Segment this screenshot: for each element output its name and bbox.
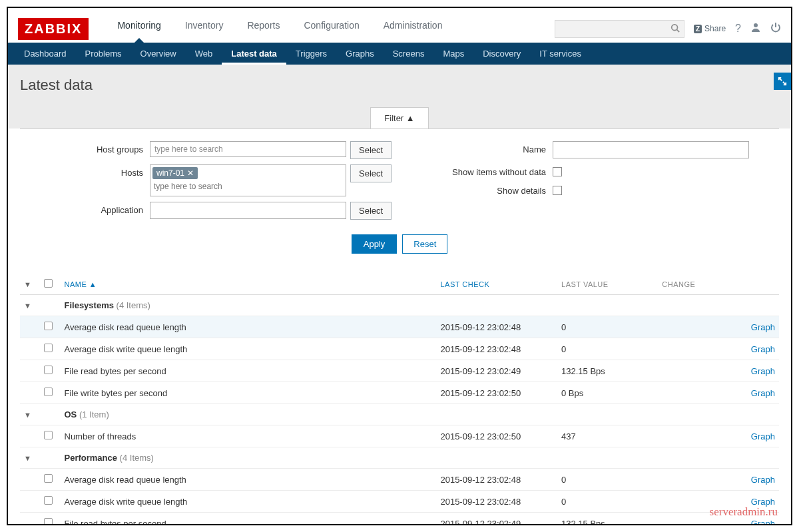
- column-last-check[interactable]: LAST CHECK: [436, 274, 557, 295]
- hosts-text-input[interactable]: [152, 179, 344, 194]
- sub-nav: DashboardProblemsOverviewWebLatest dataT…: [8, 43, 791, 65]
- show-without-data-checkbox[interactable]: [553, 167, 562, 176]
- application-select-button[interactable]: Select: [350, 202, 392, 220]
- reset-button[interactable]: Reset: [402, 234, 447, 254]
- host-tag[interactable]: win7-01✕: [152, 167, 198, 179]
- subnav-problems[interactable]: Problems: [76, 43, 131, 65]
- group-count: (4 Items): [117, 300, 150, 310]
- row-checkbox[interactable]: [44, 474, 53, 483]
- show-details-checkbox[interactable]: [553, 186, 562, 195]
- subnav-screens[interactable]: Screens: [384, 43, 434, 65]
- item-name: Average disk read queue length: [61, 469, 437, 491]
- main-nav: MonitoringInventoryReportsConfigurationA…: [105, 15, 454, 43]
- graph-link[interactable]: Graph: [751, 431, 775, 441]
- item-last-value: 0 Bps: [557, 382, 658, 404]
- graph-link[interactable]: Graph: [751, 497, 775, 507]
- collapse-icon[interactable]: ▼: [24, 454, 32, 462]
- name-filter-input[interactable]: [553, 141, 749, 158]
- apply-button[interactable]: Apply: [352, 234, 398, 254]
- host-groups-select-button[interactable]: Select: [350, 141, 392, 159]
- item-change: [658, 469, 738, 491]
- item-name: Average disk write queue length: [61, 338, 437, 360]
- column-last-value: LAST VALUE: [557, 274, 658, 295]
- mainnav-configuration[interactable]: Configuration: [292, 15, 371, 43]
- svg-line-1: [677, 29, 680, 32]
- item-last-value: 132.15 Bps: [557, 513, 658, 526]
- select-all-checkbox[interactable]: [44, 279, 53, 288]
- power-icon[interactable]: [770, 22, 781, 35]
- subnav-graphs[interactable]: Graphs: [336, 43, 384, 65]
- item-last-value: 437: [557, 425, 658, 447]
- mainnav-monitoring[interactable]: Monitoring: [105, 15, 172, 43]
- subnav-maps[interactable]: Maps: [433, 43, 473, 65]
- page-title: Latest data: [20, 77, 779, 94]
- user-icon[interactable]: [750, 22, 761, 35]
- item-last-value: 132.15 Bps: [557, 360, 658, 382]
- group-name: Filesystems: [65, 300, 114, 310]
- svg-point-2: [754, 23, 758, 27]
- show-without-data-label: Show items without data: [400, 164, 553, 177]
- graph-link[interactable]: Graph: [751, 519, 775, 526]
- item-change: [658, 382, 738, 404]
- search-icon: [670, 23, 680, 35]
- column-change: CHANGE: [658, 274, 738, 295]
- mainnav-reports[interactable]: Reports: [235, 15, 292, 43]
- share-button[interactable]: ZShare: [694, 24, 726, 33]
- hosts-label: Hosts: [20, 164, 150, 178]
- item-last-check: 2015-09-12 23:02:48: [436, 316, 557, 338]
- item-last-check: 2015-09-12 23:02:48: [436, 469, 557, 491]
- item-change: [658, 491, 738, 513]
- row-checkbox[interactable]: [44, 518, 53, 525]
- filter-toggle[interactable]: Filter ▲: [370, 107, 428, 129]
- subnav-discovery[interactable]: Discovery: [473, 43, 530, 65]
- help-icon[interactable]: ?: [735, 23, 741, 35]
- item-name: File write bytes per second: [61, 382, 437, 404]
- subnav-triggers[interactable]: Triggers: [286, 43, 336, 65]
- subnav-overview[interactable]: Overview: [131, 43, 186, 65]
- graph-link[interactable]: Graph: [751, 475, 775, 485]
- subnav-latest-data[interactable]: Latest data: [222, 43, 286, 65]
- row-checkbox[interactable]: [44, 388, 53, 396]
- item-last-check: 2015-09-12 23:02:48: [436, 491, 557, 513]
- collapse-icon[interactable]: ▼: [24, 302, 32, 310]
- mainnav-inventory[interactable]: Inventory: [173, 15, 236, 43]
- item-change: [658, 360, 738, 382]
- row-checkbox[interactable]: [44, 344, 53, 352]
- item-change: [658, 338, 738, 360]
- search-input[interactable]: [555, 20, 684, 38]
- graph-link[interactable]: Graph: [751, 388, 775, 398]
- graph-link[interactable]: Graph: [751, 322, 775, 332]
- application-label: Application: [20, 202, 150, 215]
- application-input[interactable]: [150, 202, 346, 219]
- row-checkbox[interactable]: [44, 496, 53, 505]
- collapse-icon[interactable]: ▼: [24, 411, 32, 419]
- hosts-input[interactable]: win7-01✕: [150, 164, 346, 196]
- subnav-dashboard[interactable]: Dashboard: [15, 43, 76, 65]
- group-name: OS: [65, 409, 77, 419]
- item-last-check: 2015-09-12 23:02:49: [436, 360, 557, 382]
- mainnav-administration[interactable]: Administration: [372, 15, 455, 43]
- graph-link[interactable]: Graph: [751, 366, 775, 376]
- data-table: ▼ NAME ▲ LAST CHECK LAST VALUE CHANGE ▼F…: [20, 274, 779, 525]
- collapse-all-icon[interactable]: ▼: [24, 280, 32, 288]
- item-last-check: 2015-09-12 23:02:50: [436, 382, 557, 404]
- item-change: [658, 425, 738, 447]
- item-name: File read bytes per second: [61, 360, 437, 382]
- remove-tag-icon[interactable]: ✕: [187, 168, 194, 178]
- row-checkbox[interactable]: [44, 322, 53, 330]
- subnav-it-services[interactable]: IT services: [530, 43, 591, 65]
- item-last-check: 2015-09-12 23:02:50: [436, 425, 557, 447]
- subnav-web[interactable]: Web: [186, 43, 222, 65]
- item-change: [658, 316, 738, 338]
- name-filter-label: Name: [400, 141, 553, 154]
- host-groups-input[interactable]: type here to search: [150, 141, 346, 157]
- column-name[interactable]: NAME ▲: [61, 274, 437, 295]
- item-last-value: 0: [557, 316, 658, 338]
- item-name: Number of threads: [61, 425, 437, 447]
- hosts-select-button[interactable]: Select: [350, 164, 392, 182]
- graph-link[interactable]: Graph: [751, 344, 775, 354]
- row-checkbox[interactable]: [44, 431, 53, 439]
- fullscreen-button[interactable]: [774, 73, 791, 90]
- row-checkbox[interactable]: [44, 366, 53, 374]
- logo[interactable]: ZABBIX: [18, 18, 89, 40]
